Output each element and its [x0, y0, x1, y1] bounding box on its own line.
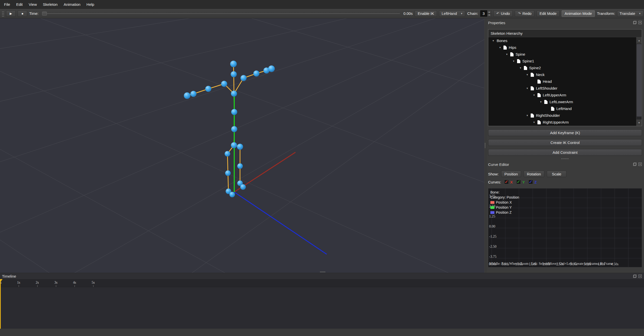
viewport-3d[interactable] — [0, 18, 484, 273]
expand-arrow-icon[interactable]: ▼ — [526, 87, 531, 90]
tree-row-leftshoulder[interactable]: ▼LeftShoulder — [488, 85, 636, 92]
animation-mode-button[interactable]: Animation Mode — [562, 10, 595, 17]
joint-sphere-r_hand[interactable] — [268, 65, 275, 72]
panel-splitter-handle[interactable]: •••••• — [486, 158, 644, 160]
show-button-scale[interactable]: Scale — [547, 171, 566, 177]
time-slider-handle[interactable] — [42, 12, 47, 16]
enable-ik-button[interactable]: Enable IK — [415, 10, 437, 17]
joint-sphere-spine_low[interactable] — [231, 126, 237, 132]
tree-row-head[interactable]: Head — [488, 78, 636, 85]
joint-sphere-l_foot[interactable] — [229, 192, 235, 197]
time-slider-track[interactable] — [42, 13, 400, 14]
chain-spin-up-button[interactable]: ▲ — [487, 10, 491, 14]
close-panel-icon[interactable]: × — [638, 275, 642, 278]
float-panel-icon[interactable] — [633, 275, 636, 278]
undo-button[interactable]: ↶ Undo — [493, 10, 513, 17]
horizontal-splitter-handle[interactable] — [320, 272, 325, 272]
time-slider[interactable] — [42, 10, 400, 17]
tree-row-spine2[interactable]: ▼Spine2 — [488, 64, 636, 71]
action-button-add-keyframe-k-[interactable]: Add Keyframe (K) — [488, 129, 642, 136]
joint-sphere-r_foot[interactable] — [240, 184, 246, 190]
tree-row-bones[interactable]: ▼Bones — [488, 37, 636, 44]
joint-sphere-l_wrist[interactable] — [190, 91, 196, 97]
expand-arrow-icon[interactable]: ▼ — [506, 53, 510, 56]
tree-row-hips[interactable]: ▼Hips — [488, 44, 636, 51]
menu-item-file[interactable]: File — [1, 1, 13, 8]
show-button-rotation[interactable]: Rotation — [524, 171, 544, 177]
curve-toggle-z: ✓Z — [528, 180, 537, 184]
expand-arrow-icon[interactable]: ▼ — [533, 94, 537, 96]
float-panel-icon[interactable] — [633, 21, 636, 24]
menu-item-animation[interactable]: Animation — [61, 1, 84, 8]
playhead[interactable] — [0, 279, 1, 329]
tree-item-label: Hips — [509, 45, 516, 50]
menu-item-edit[interactable]: Edit — [13, 1, 26, 8]
chain-spin-down-button[interactable]: ▼ — [487, 14, 491, 17]
expand-arrow-icon[interactable]: ▼ — [540, 101, 544, 103]
scroll-down-icon[interactable]: ▼ — [636, 119, 642, 126]
joint-sphere-l_hand[interactable] — [184, 92, 190, 99]
checkbox-x[interactable]: ✓ — [504, 180, 509, 184]
curve-graph[interactable]: 3.752.501.250.00-1.25-2.50-3.75 0.00s0.5… — [488, 188, 642, 267]
close-panel-icon[interactable]: × — [638, 21, 642, 24]
tree-row-spine[interactable]: ▼Spine — [488, 51, 636, 58]
tree-item-label: Neck — [536, 72, 545, 77]
joint-sphere-pelvis[interactable] — [231, 142, 237, 148]
checkbox-y[interactable]: ✓ — [516, 180, 521, 184]
joint-sphere-r_shoulder[interactable] — [241, 75, 247, 81]
axis-letter-x: X — [510, 180, 513, 184]
expand-arrow-icon[interactable]: ▼ — [492, 40, 497, 42]
action-button-add-constraint[interactable]: Add Constraint — [488, 149, 642, 156]
joint-sphere-l_knee[interactable] — [225, 170, 231, 176]
tree-scrollbar[interactable]: ▲ ▼ — [636, 37, 642, 126]
transform-label: Transform: — [597, 11, 615, 16]
tree-row-neck[interactable]: ▼Neck — [488, 71, 636, 78]
show-button-position[interactable]: Position — [501, 171, 521, 177]
expand-arrow-icon[interactable]: ▼ — [526, 73, 531, 76]
timeline-track[interactable] — [0, 287, 644, 329]
joint-sphere-r_hip[interactable] — [237, 144, 243, 150]
menu-item-skeleton[interactable]: Skeleton — [40, 1, 60, 8]
joint-sphere-chest[interactable] — [231, 91, 237, 97]
expand-arrow-icon[interactable]: ▼ — [499, 46, 503, 49]
expand-arrow-icon[interactable]: ▼ — [519, 67, 524, 69]
bone-document-icon — [524, 66, 527, 70]
grid-line — [0, 71, 484, 273]
redo-button[interactable]: ↷ Redo — [515, 10, 534, 17]
tree-row-lefthand[interactable]: LeftHand — [488, 105, 636, 112]
joint-sphere-spine_mid[interactable] — [231, 109, 237, 115]
chain-value[interactable]: 3 — [480, 10, 487, 17]
toolbar-grip-handle[interactable] — [2, 11, 4, 17]
ik-target-dropdown[interactable]: LeftHand ▼ — [439, 10, 465, 17]
tree-row-rightlowerarm[interactable]: ▼RightLowerArm — [488, 126, 636, 126]
scroll-up-icon[interactable]: ▲ — [636, 37, 642, 44]
close-panel-icon[interactable]: × — [638, 163, 642, 166]
joint-sphere-head[interactable] — [230, 61, 237, 67]
tree-row-leftlowerarm[interactable]: ▼LeftLowerArm — [488, 98, 636, 105]
tree-row-rightshoulder[interactable]: ▼RightShoulder — [488, 112, 636, 119]
menu-item-view[interactable]: View — [26, 1, 40, 8]
joint-sphere-r_knee[interactable] — [237, 163, 243, 169]
joint-sphere-l_elbow[interactable] — [205, 86, 211, 92]
edit-mode-button[interactable]: Edit Mode — [536, 10, 560, 17]
expand-arrow-icon[interactable]: ▼ — [526, 114, 531, 117]
float-panel-icon[interactable] — [633, 163, 636, 166]
expand-arrow-icon[interactable]: ▼ — [513, 60, 517, 62]
tree-row-rightupperarm[interactable]: ▼RightUpperArm — [488, 119, 636, 126]
joint-sphere-r_elbow[interactable] — [253, 70, 259, 77]
transform-dropdown[interactable]: Translate ▼ — [617, 10, 643, 17]
play-button[interactable]: ▶ — [6, 10, 16, 17]
timeline-ruler[interactable]: 0s1s2s3s4s5s — [0, 279, 644, 287]
joint-sphere-l_shoulder[interactable] — [221, 81, 227, 87]
joint-sphere-l_hip[interactable] — [225, 151, 230, 157]
checkbox-z[interactable]: ✓ — [528, 180, 533, 184]
tree-row-spine1[interactable]: ▼Spine1 — [488, 58, 636, 64]
tree-row-leftupperarm[interactable]: ▼LeftUpperArm — [488, 92, 636, 98]
playhead-marker-icon[interactable] — [0, 279, 3, 283]
stop-button[interactable]: ■ — [18, 10, 27, 17]
scrollbar-thumb[interactable] — [637, 44, 641, 117]
action-button-create-ik-control[interactable]: Create IK Control — [488, 139, 642, 146]
expand-arrow-icon[interactable]: ▼ — [533, 121, 537, 124]
menu-item-help[interactable]: Help — [83, 1, 97, 8]
joint-sphere-neck[interactable] — [231, 71, 237, 77]
